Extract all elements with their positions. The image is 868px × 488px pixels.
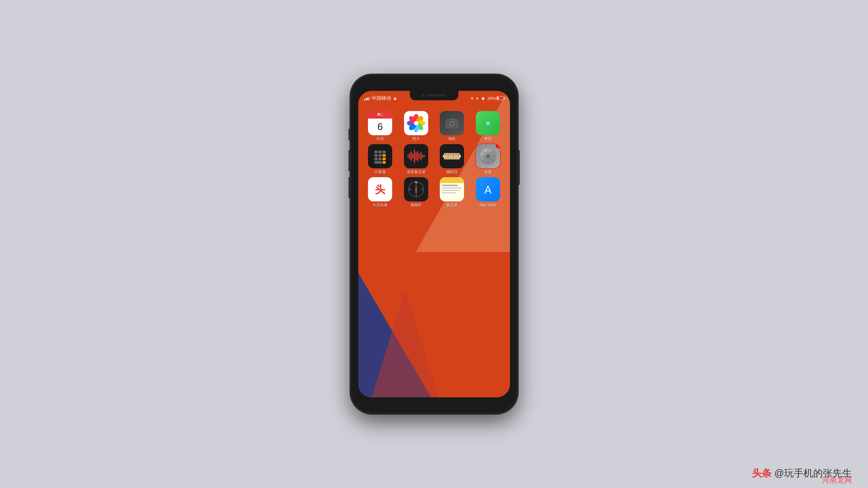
- svg-rect-34: [411, 151, 412, 161]
- voicememo-label: 语音备忘录: [407, 170, 426, 174]
- appstore-label: App Store: [479, 203, 496, 207]
- watermark: 头条 @玩手机的张先生: [752, 467, 852, 480]
- measure-icon[interactable]: [440, 144, 464, 168]
- compass-label: 指南针: [410, 203, 422, 207]
- app-row-3: 头 头 今日头条 N E: [362, 177, 506, 207]
- svg-rect-36: [414, 150, 415, 163]
- svg-rect-40: [421, 152, 422, 160]
- svg-rect-42: [424, 155, 425, 157]
- app-item-notes[interactable]: 备忘录: [437, 177, 467, 207]
- notes-label: 备忘录: [446, 203, 458, 207]
- findmy-label: 查找: [484, 137, 492, 141]
- svg-rect-39: [419, 154, 420, 159]
- svg-point-58: [486, 154, 490, 158]
- calendar-day-number: 6: [368, 119, 392, 135]
- status-left: 中国移动 ▲: [364, 95, 398, 101]
- app-item-compass[interactable]: N E S W: [401, 177, 431, 207]
- front-camera: [422, 94, 425, 97]
- notes-header-stripe: [440, 177, 464, 183]
- alarm-icon: ⏰: [481, 96, 485, 100]
- app-item-calculator[interactable]: 计算器: [365, 144, 395, 174]
- toutiao-icon[interactable]: 头 头: [368, 177, 392, 201]
- svg-rect-26: [374, 158, 378, 160]
- phone-screen: 中国移动 ▲ 13:18 ⊕ ➤ ⏰ 25%: [358, 91, 510, 397]
- svg-rect-41: [422, 154, 423, 158]
- svg-rect-14: [455, 121, 457, 122]
- svg-point-53: [459, 155, 461, 157]
- camera-icon[interactable]: [440, 111, 464, 135]
- signal-icon: [364, 96, 370, 100]
- app-item-camera[interactable]: 相机: [437, 111, 467, 141]
- calculator-label: 计算器: [374, 170, 386, 174]
- svg-rect-25: [382, 154, 386, 157]
- app-item-appstore[interactable]: A App Store: [473, 177, 503, 207]
- carrier-label: 中国移动: [372, 95, 391, 101]
- svg-text:A: A: [484, 184, 491, 196]
- appstore-icon[interactable]: A: [476, 177, 500, 201]
- battery-percent-label: 25%: [487, 96, 495, 101]
- battery-icon: [496, 96, 504, 100]
- notes-content: [440, 183, 464, 201]
- volume-down-button[interactable]: [349, 177, 351, 198]
- app-item-photos[interactable]: 照片: [401, 111, 431, 141]
- svg-rect-28: [382, 158, 386, 160]
- photos-icon[interactable]: [404, 111, 428, 135]
- svg-rect-23: [374, 154, 378, 157]
- power-button[interactable]: [518, 150, 520, 185]
- svg-rect-35: [412, 154, 413, 159]
- calendar-icon[interactable]: 周二 6: [368, 111, 392, 135]
- app-item-toutiao[interactable]: 头 头 今日头条: [365, 177, 395, 207]
- svg-rect-21: [378, 151, 382, 153]
- app-item-calendar[interactable]: 周二 6 日历: [365, 111, 395, 141]
- svg-point-74: [415, 188, 417, 190]
- measure-label: 测距仪: [446, 170, 458, 174]
- svg-text:头: 头: [375, 184, 385, 195]
- svg-rect-29: [374, 161, 382, 164]
- settings-icon[interactable]: 1: [476, 144, 500, 168]
- earpiece-speaker: [428, 94, 446, 97]
- svg-rect-38: [417, 151, 418, 162]
- location-icon: ⊕: [471, 96, 474, 100]
- svg-rect-47: [451, 153, 451, 155]
- svg-rect-49: [456, 153, 457, 155]
- svg-rect-22: [382, 151, 386, 153]
- home-screen: 周二 6 日历: [358, 106, 510, 397]
- svg-rect-20: [374, 151, 378, 153]
- voicememo-icon[interactable]: [404, 144, 428, 168]
- mute-button[interactable]: [349, 129, 351, 141]
- svg-point-8: [414, 121, 418, 125]
- settings-label: 设置: [484, 170, 492, 174]
- battery-indicator: 25%: [487, 96, 504, 101]
- phone-shell: 中国移动 ▲ 13:18 ⊕ ➤ ⏰ 25%: [351, 75, 518, 414]
- app-item-settings[interactable]: 1: [473, 144, 503, 174]
- notch: [410, 91, 458, 100]
- app-item-findmy[interactable]: 查找: [473, 111, 503, 141]
- notes-icon[interactable]: [440, 177, 464, 201]
- compass-icon[interactable]: N E S W: [404, 177, 428, 201]
- calendar-label: 日历: [376, 137, 384, 141]
- svg-point-52: [443, 155, 445, 157]
- svg-point-13: [451, 123, 453, 125]
- app-row-2: 计算器: [362, 144, 506, 174]
- calendar-day-name: 周二: [368, 111, 392, 119]
- svg-rect-37: [415, 152, 417, 160]
- svg-rect-32: [407, 155, 409, 158]
- toutiao-label: 今日头条: [373, 203, 388, 207]
- volume-up-button[interactable]: [349, 150, 351, 171]
- photos-label: 照片: [412, 137, 420, 141]
- app-item-measure[interactable]: 测距仪: [437, 144, 467, 174]
- wifi-icon: ▲: [393, 95, 398, 101]
- app-item-voicememo[interactable]: 语音备忘录: [401, 144, 431, 174]
- svg-rect-33: [409, 153, 410, 159]
- battery-fill: [497, 97, 499, 99]
- svg-rect-45: [445, 153, 446, 155]
- app-row-1: 周二 6 日历: [362, 111, 506, 141]
- findmy-icon[interactable]: [476, 111, 500, 135]
- calculator-icon[interactable]: [368, 144, 392, 168]
- svg-rect-24: [378, 154, 382, 157]
- camera-label: 相机: [448, 137, 456, 141]
- status-right: ⊕ ➤ ⏰ 25%: [471, 96, 504, 101]
- svg-rect-27: [378, 158, 382, 160]
- svg-rect-30: [382, 161, 386, 164]
- location-arrow-icon: ➤: [476, 96, 479, 100]
